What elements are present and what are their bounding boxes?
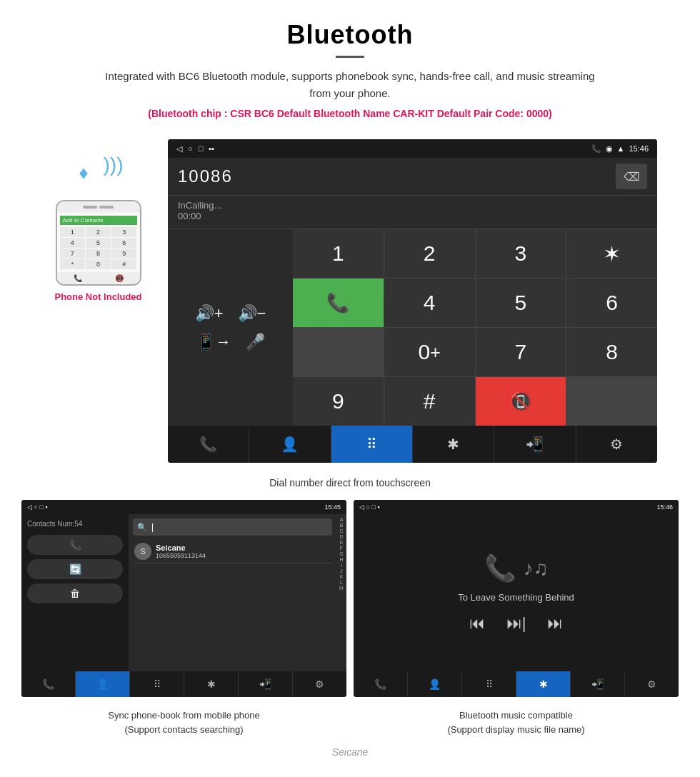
key-1[interactable]: 1 — [293, 229, 384, 278]
play-pause-button[interactable]: ⏭| — [506, 614, 526, 633]
phone-screen: Add to Contacts 1 2 3 4 5 6 7 8 9 * 0 # — [57, 213, 140, 272]
key-0plus[interactable]: 0+ — [384, 328, 475, 376]
music-caption: Bluetooth music compatible(Support displ… — [354, 708, 679, 736]
key-5[interactable]: 5 — [476, 279, 566, 327]
phone-bottom-icons: 📞 📵 — [57, 272, 140, 284]
phone-end-icon: 📵 — [115, 274, 124, 282]
transfer-icon[interactable]: 📱→ — [196, 333, 231, 351]
contact-item[interactable]: S Seicane 10655059113144 — [133, 540, 332, 563]
contacts-settings-tab[interactable]: ⚙ — [293, 671, 346, 697]
phone-key[interactable]: 9 — [111, 249, 136, 259]
phone-key[interactable]: 0 — [86, 259, 111, 269]
key-star[interactable]: ✶ — [566, 229, 657, 278]
alpha-d[interactable]: D — [339, 534, 343, 539]
music-status-left: ◁ ○ □ ▪ — [359, 503, 380, 511]
bluetooth-tab[interactable]: ✱ — [413, 426, 494, 463]
phone-tab[interactable]: 📞 — [168, 426, 249, 463]
alpha-f[interactable]: F — [340, 546, 343, 551]
transfer-tab[interactable]: 📲 — [494, 426, 576, 463]
page-description: Integrated with BC6 Bluetooth module, su… — [100, 68, 600, 102]
contacts-contacts-tab[interactable]: 👤 — [76, 671, 130, 697]
settings-tab[interactable]: ⚙ — [576, 426, 657, 463]
contacts-phone-tab[interactable]: 📞 — [21, 671, 76, 697]
call-contact-button[interactable]: 📞 — [27, 535, 123, 555]
watermark: Seicane — [0, 746, 700, 765]
recent-icon: □ — [199, 144, 204, 153]
bt-signal-icon: ))) — [104, 154, 124, 176]
phone-key[interactable]: 6 — [111, 238, 136, 248]
title-underline — [336, 56, 364, 58]
contacts-status-right: 15:45 — [324, 503, 341, 511]
alpha-b[interactable]: B — [340, 523, 344, 528]
dial-caption: Dial number direct from touchscreen — [0, 470, 700, 500]
alpha-a[interactable]: A — [340, 517, 344, 522]
contacts-keypad-tab[interactable]: ⠿ — [130, 671, 184, 697]
bluetooth-logo-icon: ⬧ — [77, 161, 89, 184]
music-phone-icon: 📞 — [484, 553, 516, 583]
music-contacts-tab[interactable]: 👤 — [408, 671, 462, 697]
contacts-screen: ◁ ○ □ ▪ 15:45 Contacts Num:54 📞 🔄 🗑 🔍 | — [21, 500, 346, 697]
end-call-button[interactable]: 📵 — [476, 377, 566, 426]
contacts-tab[interactable]: 👤 — [249, 426, 331, 463]
phone-key[interactable]: 8 — [86, 249, 111, 259]
phone-key[interactable]: 1 — [60, 227, 85, 237]
key-9[interactable]: 9 — [293, 377, 384, 426]
phone-key[interactable]: # — [111, 259, 136, 269]
music-phone-tab[interactable]: 📞 — [354, 671, 408, 697]
status-right: 📞 ◉ ▲ 15:46 — [591, 144, 649, 154]
alpha-l[interactable]: L — [340, 580, 343, 585]
phone-call-icon: 📞 — [74, 274, 82, 282]
key-hash[interactable]: # — [384, 377, 475, 426]
phone-key[interactable]: 2 — [86, 227, 111, 237]
alpha-g[interactable]: G — [339, 551, 343, 556]
key-4[interactable]: 4 — [384, 279, 475, 327]
home-icon: ○ — [188, 144, 193, 153]
key-7[interactable]: 7 — [476, 328, 566, 376]
status-left: ◁ ○ □ ▪▪ — [176, 144, 214, 154]
volume-row: 🔊+ 🔊− — [195, 304, 266, 323]
music-settings-tab[interactable]: ⚙ — [625, 671, 679, 697]
sync-button[interactable]: 🔄 — [27, 559, 123, 579]
alpha-h[interactable]: H — [339, 557, 343, 562]
phone-key[interactable]: 4 — [60, 238, 85, 248]
next-track-button[interactable]: ⏭ — [547, 614, 563, 633]
alpha-i[interactable]: I — [341, 563, 342, 568]
call-timer: 00:00 — [178, 211, 647, 221]
contacts-caption-text: Sync phone-book from mobile phone(Suppor… — [108, 710, 259, 735]
phone-key[interactable]: * — [60, 259, 85, 269]
page-title: Bluetooth — [14, 20, 686, 50]
backspace-button[interactable]: ⌫ — [616, 164, 647, 189]
music-transfer-tab[interactable]: 📲 — [571, 671, 625, 697]
key-3[interactable]: 3 — [476, 229, 566, 278]
contacts-bt-tab[interactable]: ✱ — [184, 671, 239, 697]
alpha-j[interactable]: J — [340, 568, 343, 573]
phone-key[interactable]: 3 — [111, 227, 136, 237]
alpha-e[interactable]: E — [340, 540, 344, 545]
volume-down-icon[interactable]: 🔊− — [238, 304, 266, 323]
music-bt-tab[interactable]: ✱ — [516, 671, 571, 697]
search-cursor: | — [151, 522, 154, 532]
key-8[interactable]: 8 — [566, 328, 657, 376]
back-icon-small: ◁ ○ □ ▪ — [27, 503, 48, 511]
contacts-status-left: ◁ ○ □ ▪ — [27, 503, 48, 511]
volume-up-icon[interactable]: 🔊+ — [195, 304, 224, 323]
prev-track-button[interactable]: ⏮ — [469, 614, 485, 633]
alpha-k[interactable]: K — [340, 574, 344, 579]
delete-button[interactable]: 🗑 — [27, 583, 123, 603]
phone-mockup: Add to Contacts 1 2 3 4 5 6 7 8 9 * 0 # — [56, 200, 141, 286]
alpha-c[interactable]: C — [339, 528, 343, 533]
call-button[interactable]: 📞 — [293, 279, 384, 327]
key-6[interactable]: 6 — [566, 279, 657, 327]
keypad-tab[interactable]: ⠿ — [331, 426, 413, 463]
dial-bottom-bar: 📞 👤 ⠿ ✱ 📲 ⚙ — [168, 426, 657, 463]
alpha-m[interactable]: M — [339, 586, 344, 591]
phone-key[interactable]: 7 — [60, 249, 85, 259]
music-time: 15:46 — [656, 503, 673, 511]
contacts-transfer-tab[interactable]: 📲 — [239, 671, 293, 697]
phone-key[interactable]: 5 — [86, 238, 111, 248]
music-icon-area: 📞 ♪♫ — [484, 553, 549, 583]
key-2[interactable]: 2 — [384, 229, 475, 278]
mic-icon[interactable]: 🎤 — [246, 333, 265, 351]
music-keypad-tab[interactable]: ⠿ — [462, 671, 516, 697]
phone-not-included-label: Phone Not Included — [54, 291, 141, 302]
